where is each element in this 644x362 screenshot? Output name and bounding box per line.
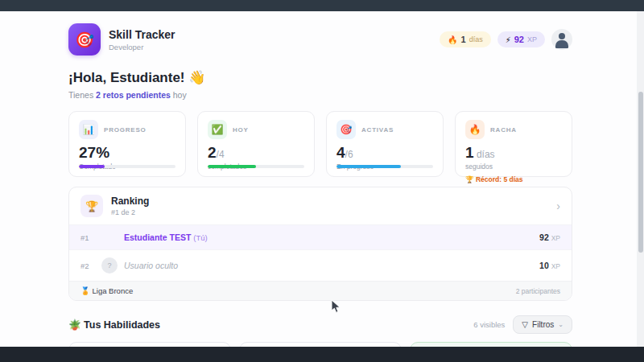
stat-card-streak[interactable]: 🔥 RACHA 1 días seguidos 🏆 Récord: 5 días <box>455 111 572 177</box>
stat-label: ACTIVAS <box>361 126 394 134</box>
fire-icon: 🔥 <box>465 120 485 139</box>
xp-value: 92 <box>514 35 524 44</box>
streak-unit: días <box>469 35 483 43</box>
browser-chrome-top <box>0 0 644 11</box>
greeting-section: ¡Hola, Estudiante! 👋 Tienes 2 retos pend… <box>68 69 572 100</box>
stat-card-progress[interactable]: 📊 PROGRESO 27% Completado <box>68 111 186 177</box>
stat-value: 1 días <box>465 145 562 160</box>
avatar-person-icon <box>559 33 565 39</box>
stat-value: 27% <box>79 145 175 160</box>
target-icon: 🎯 <box>336 120 356 139</box>
user-avatar[interactable] <box>551 29 572 50</box>
ranking-card: 🏆 Ranking #1 de 2 › #1 Estudiante TEST (… <box>68 187 572 301</box>
stat-card-today[interactable]: ✅ HOY 2/4 completados <box>197 111 315 177</box>
fire-icon: 🔥 <box>448 35 457 44</box>
player-xp: 92 XP <box>539 232 560 242</box>
chevron-down-icon: ⌄ <box>558 321 564 328</box>
plant-icon: 🪴 <box>68 319 84 331</box>
chevron-right-icon[interactable]: › <box>556 200 560 212</box>
mouse-cursor <box>330 299 342 314</box>
filters-button[interactable]: ▽ Filtros ⌄ <box>513 315 572 334</box>
you-tag: (Tú) <box>193 233 207 242</box>
rank-number: #1 <box>80 233 101 242</box>
stat-value: 2/4 <box>208 145 304 160</box>
player-name: Estudiante TEST (Tú) <box>124 232 208 242</box>
target-icon: 🎯 <box>75 31 94 49</box>
player-xp: 10 XP <box>539 261 560 270</box>
app-header: 🎯 Skill Tracker Developer 🔥 1 días ⚡ 92 … <box>68 23 572 56</box>
progress-fill <box>79 165 105 168</box>
progress-track <box>336 165 433 168</box>
streak-value: 1 <box>461 35 466 44</box>
progress-track <box>208 165 304 168</box>
skills-title: 🪴 Tus Habilidades <box>68 319 160 331</box>
xp-badge[interactable]: ⚡ 92 XP <box>497 31 545 47</box>
visible-count: 6 visibles <box>473 320 505 329</box>
app-logo-icon: 🎯 <box>68 23 101 56</box>
xp-unit: XP <box>527 35 537 43</box>
greeting-subtitle: Tienes 2 retos pendientes hoy <box>68 90 572 100</box>
progress-fill <box>336 165 401 168</box>
scrollbar-thumb[interactable] <box>638 92 643 253</box>
app-title: Skill Tracker <box>109 28 175 41</box>
participants-count: 2 participantes <box>516 287 560 295</box>
hidden-user-avatar: ? <box>101 257 118 274</box>
check-icon: ✅ <box>208 120 227 139</box>
player-name: Usuario oculto <box>124 261 178 270</box>
skills-section-header: 🪴 Tus Habilidades 6 visibles ▽ Filtros ⌄ <box>68 315 572 334</box>
filter-funnel-icon: ▽ <box>522 320 528 329</box>
bar-chart-icon: 📊 <box>79 120 98 139</box>
progress-fill <box>208 165 256 168</box>
ranking-footer: 🏅 Liga Bronce 2 participantes <box>69 281 572 300</box>
ranking-header[interactable]: 🏆 Ranking #1 de 2 › <box>69 187 572 224</box>
stat-label: PROGRESO <box>104 126 147 134</box>
stat-caption: seguidos <box>465 162 562 171</box>
progress-track <box>79 165 175 168</box>
stat-label: RACHA <box>490 126 517 134</box>
app-subtitle: Developer <box>109 43 175 51</box>
league-name: Liga Bronce <box>93 286 134 295</box>
streak-badge[interactable]: 🔥 1 días <box>440 31 491 47</box>
stat-card-active[interactable]: 🎯 ACTIVAS 4/6 En progreso <box>326 111 444 177</box>
streak-record: 🏆 Récord: 5 días <box>465 175 562 183</box>
stat-label: HOY <box>233 126 249 134</box>
pending-challenges-highlight: 2 retos pendientes <box>96 90 171 100</box>
ranking-row-2[interactable]: #2 ? Usuario oculto 10 XP <box>69 249 572 281</box>
ranking-row-1[interactable]: #1 Estudiante TEST (Tú) 92 XP <box>69 224 572 249</box>
page-content: 🎯 Skill Tracker Developer 🔥 1 días ⚡ 92 … <box>68 11 572 362</box>
medal-icon: 🏅 <box>80 286 90 295</box>
ranking-position: #1 de 2 <box>111 208 149 216</box>
browser-chrome-bottom <box>0 347 644 362</box>
stat-value: 4/6 <box>336 145 433 160</box>
ranking-title: Ranking <box>111 195 149 207</box>
trophy-icon: 🏆 <box>80 195 103 217</box>
stats-row: 📊 PROGRESO 27% Completado ✅ HOY 2/4 comp… <box>68 111 572 177</box>
greeting-title: ¡Hola, Estudiante! 👋 <box>68 69 572 86</box>
rank-number: #2 <box>80 261 101 270</box>
scrollbar[interactable] <box>637 11 644 347</box>
lightning-icon: ⚡ <box>506 35 511 44</box>
